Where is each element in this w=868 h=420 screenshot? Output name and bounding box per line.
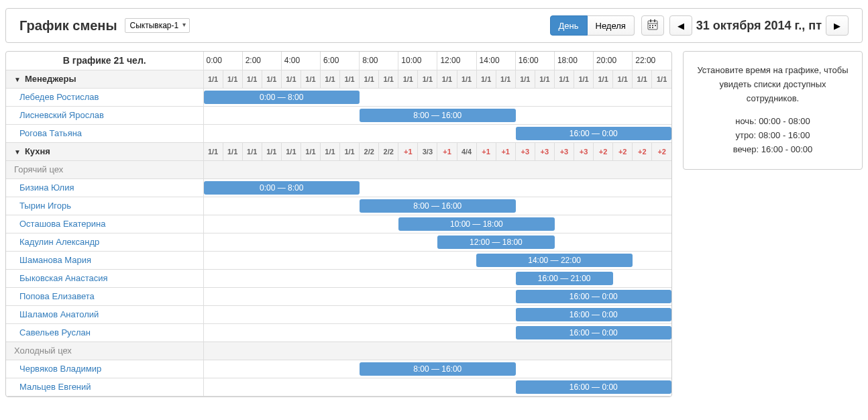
time-header: 8:00 (360, 52, 398, 70)
counter-cell: +1 (398, 142, 418, 160)
timeline-cell[interactable]: 16:00 — 21:00 (203, 269, 671, 287)
shift-bar[interactable]: 16:00 — 21:00 (516, 272, 613, 285)
counter-cell: 1/1 (281, 70, 301, 88)
timeline-cell[interactable]: 8:00 — 16:00 (203, 197, 671, 215)
employee-link[interactable]: Тырин Игорь (19, 201, 71, 211)
timeline-cell[interactable]: 14:00 — 22:00 (203, 251, 671, 269)
counter-cell: 1/1 (360, 70, 379, 88)
time-header: 16:00 (515, 52, 554, 70)
shift-bar[interactable]: 8:00 — 16:00 (360, 199, 516, 213)
timeline-cell[interactable]: 16:00 — 0:00 (203, 323, 671, 342)
counter-cell: +2 (594, 142, 613, 160)
counter-cell: 1/1 (457, 70, 476, 88)
counter-cell: 1/1 (242, 70, 262, 88)
timeline-cell[interactable]: 16:00 — 0:00 (203, 305, 671, 323)
time-header: 22:00 (633, 52, 671, 70)
location-select[interactable]: Сыктывкар-1 (125, 18, 190, 33)
timeline-cell[interactable]: 8:00 — 16:00 (203, 106, 671, 124)
calendar-icon (647, 19, 658, 32)
chevron-right-icon: ▶ (834, 21, 840, 31)
counter-cell: 1/1 (320, 142, 339, 160)
shift-bar[interactable]: 0:00 — 8:00 (204, 181, 360, 195)
employee-link[interactable]: Рогова Татьяна (19, 128, 82, 138)
shift-bar[interactable]: 16:00 — 0:00 (516, 290, 672, 303)
counter-cell: 1/1 (633, 70, 652, 88)
employee-name-cell: Червяков Владимир (6, 360, 203, 378)
view-week-button[interactable]: Неделя (588, 15, 635, 36)
shift-bar[interactable]: 16:00 — 0:00 (516, 308, 672, 321)
svg-rect-5 (652, 25, 653, 26)
timeline-cell[interactable]: 0:00 — 8:00 (203, 178, 671, 197)
shift-bar[interactable]: 12:00 — 18:00 (437, 235, 554, 249)
employee-name-cell: Бизина Юлия (6, 178, 203, 197)
chevron-left-icon: ◀ (677, 21, 684, 31)
svg-rect-7 (649, 27, 651, 28)
timeline-cell[interactable]: 10:00 — 18:00 (203, 215, 671, 233)
subgroup-header[interactable]: Горячий цех (6, 160, 203, 178)
employee-link[interactable]: Шаламов Анатолий (19, 309, 99, 319)
shift-bar[interactable]: 16:00 — 0:00 (516, 127, 672, 140)
employee-link[interactable]: Кадулин Александр (19, 237, 99, 247)
shift-bar[interactable]: 14:00 — 22:00 (476, 254, 633, 267)
location-select-wrap: Сыктывкар-1 (125, 18, 190, 33)
shift-bar[interactable]: 8:00 — 16:00 (360, 362, 516, 376)
employee-name-cell: Попова Елизавета (6, 287, 203, 305)
employee-name-cell: Лисневский Ярослав (6, 106, 203, 124)
timeline-cell[interactable]: 8:00 — 16:00 (203, 360, 671, 378)
timeline-cell[interactable]: 16:00 — 0:00 (203, 124, 671, 142)
time-header: 2:00 (242, 52, 281, 70)
shift-night: ночь: 00:00 - 08:00 (693, 115, 853, 129)
time-header: 4:00 (281, 52, 320, 70)
counter-cell: 1/1 (613, 70, 633, 88)
shift-bar[interactable]: 8:00 — 16:00 (360, 109, 516, 122)
employee-link[interactable]: Червяков Владимир (19, 364, 101, 374)
group-header[interactable]: ▼Кухня (6, 142, 203, 160)
caret-down-icon: ▼ (14, 76, 21, 83)
employee-link[interactable]: Мальцев Евгений (19, 382, 91, 392)
next-button[interactable]: ▶ (826, 15, 849, 36)
counter-cell: 1/1 (340, 142, 360, 160)
shift-bar[interactable]: 0:00 — 8:00 (204, 91, 360, 104)
group-header[interactable]: ▼Менеджеры (6, 70, 203, 88)
counter-cell: 4/4 (457, 142, 476, 160)
side-panel: Установите время на графике, чтобы увиде… (683, 51, 863, 170)
shift-bar[interactable]: 16:00 — 0:00 (516, 326, 672, 339)
timeline-cell[interactable]: 16:00 — 0:00 (203, 378, 671, 396)
counter-cell: 1/1 (301, 142, 320, 160)
svg-rect-6 (655, 25, 656, 26)
view-day-button[interactable]: День (550, 15, 588, 36)
counter-cell: 1/1 (262, 70, 281, 88)
employee-link[interactable]: Попова Елизавета (19, 291, 95, 301)
employee-link[interactable]: Шаманова Мария (19, 255, 91, 265)
timeline-cell[interactable]: 12:00 — 18:00 (203, 233, 671, 251)
employee-link[interactable]: Савельев Руслан (19, 327, 91, 337)
counter-cell: 2/2 (379, 142, 398, 160)
counter-cell: 1/1 (320, 70, 339, 88)
employee-link[interactable]: Лисневский Ярослав (19, 110, 104, 120)
counter-cell: 2/2 (360, 142, 379, 160)
caret-down-icon: ▼ (14, 148, 21, 156)
counter-cell: 1/1 (652, 70, 671, 88)
counter-cell: 1/1 (496, 70, 515, 88)
timeline-cell[interactable]: 0:00 — 8:00 (203, 88, 671, 106)
counter-cell: 1/1 (476, 70, 496, 88)
counter-cell: 1/1 (379, 70, 398, 88)
employee-link[interactable]: Лебедев Ростислав (19, 92, 99, 102)
shift-bar[interactable]: 16:00 — 0:00 (516, 380, 672, 394)
employee-link[interactable]: Быковская Анастасия (19, 273, 107, 283)
counter-cell: 1/1 (418, 70, 437, 88)
prev-button[interactable]: ◀ (669, 15, 692, 36)
employee-link[interactable]: Бизина Юлия (19, 182, 74, 193)
employee-link[interactable]: Осташова Екатерина (19, 219, 105, 229)
counter-cell: 1/1 (554, 70, 574, 88)
employee-name-cell: Рогова Татьяна (6, 124, 203, 142)
svg-rect-8 (652, 27, 653, 28)
timeline-cell[interactable]: 16:00 — 0:00 (203, 287, 671, 305)
subgroup-header[interactable]: Холодный цех (6, 342, 203, 360)
counter-cell: +1 (437, 142, 457, 160)
counter-cell: 1/1 (515, 70, 535, 88)
shift-bar[interactable]: 10:00 — 18:00 (398, 217, 555, 231)
counter-cell: 1/1 (223, 142, 242, 160)
calendar-button[interactable] (641, 15, 664, 36)
time-header: 14:00 (476, 52, 515, 70)
